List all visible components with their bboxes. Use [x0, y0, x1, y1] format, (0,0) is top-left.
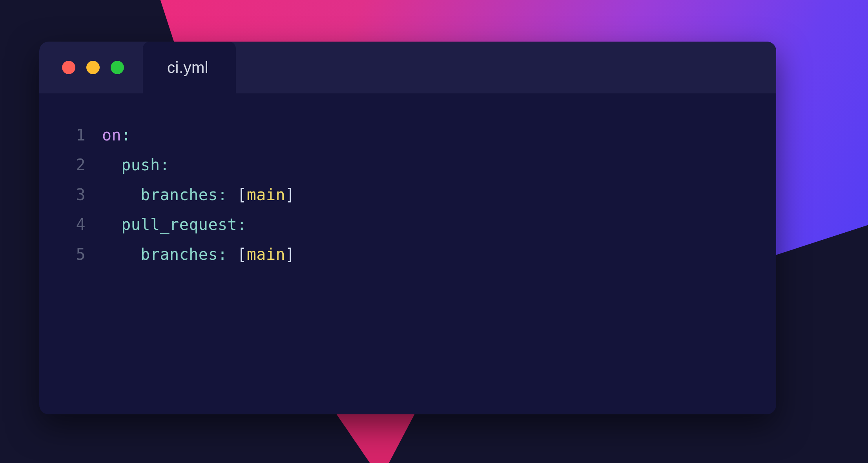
code-content: push: — [102, 150, 170, 180]
tab-filename: ci.yml — [167, 59, 208, 77]
line-number: 3 — [63, 180, 86, 210]
line-number: 4 — [63, 210, 86, 239]
maximize-icon[interactable] — [111, 61, 124, 74]
code-line: 2 push: — [63, 150, 753, 180]
code-content: on: — [102, 120, 131, 150]
code-content: pull_request: — [102, 210, 247, 239]
code-line: 4 pull_request: — [63, 210, 753, 239]
close-icon[interactable] — [62, 61, 75, 74]
window-titlebar: ci.yml — [39, 42, 776, 93]
code-line: 5 branches: [main] — [63, 239, 753, 269]
code-line: 1on: — [63, 120, 753, 150]
line-number: 2 — [63, 150, 86, 180]
line-number: 5 — [63, 239, 86, 269]
code-editor[interactable]: 1on:2 push:3 branches: [main]4 pull_requ… — [39, 93, 776, 293]
code-content: branches: [main] — [102, 180, 295, 210]
editor-window: ci.yml 1on:2 push:3 branches: [main]4 pu… — [39, 42, 776, 414]
line-number: 1 — [63, 120, 86, 150]
tab-active[interactable]: ci.yml — [143, 42, 236, 93]
code-line: 3 branches: [main] — [63, 180, 753, 210]
code-content: branches: [main] — [102, 239, 295, 269]
window-controls — [39, 42, 143, 93]
minimize-icon[interactable] — [86, 61, 100, 74]
